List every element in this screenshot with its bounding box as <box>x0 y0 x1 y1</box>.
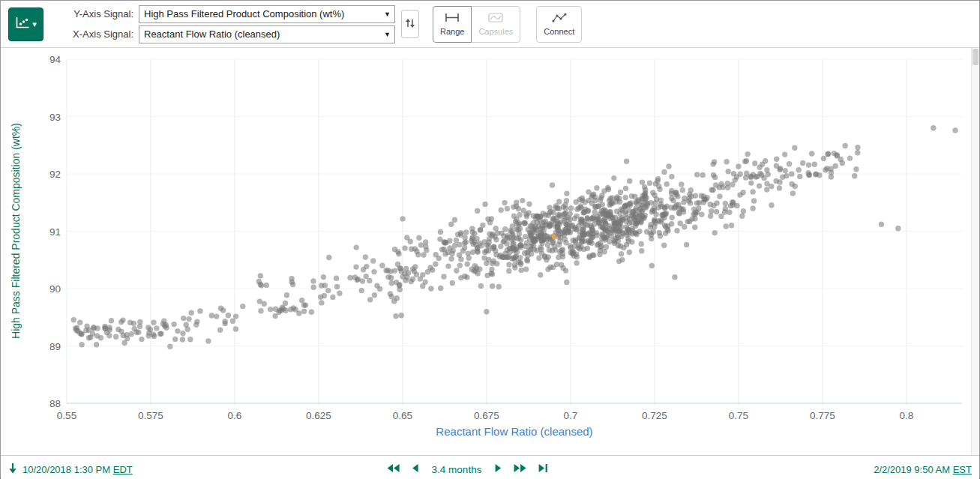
svg-text:0.625: 0.625 <box>306 410 331 421</box>
double-left-arrow-icon <box>387 463 400 475</box>
svg-text:0.775: 0.775 <box>810 410 835 421</box>
vertical-scrollbar[interactable] <box>971 48 979 455</box>
y-tick-labels: 88899091929394 <box>49 54 61 409</box>
capsules-button[interactable]: Capsules <box>471 6 520 43</box>
right-arrow-icon <box>494 463 502 475</box>
svg-text:88: 88 <box>49 398 61 409</box>
application-window: ▾ Y-Axis Signal: High Pass Filtered Prod… <box>0 0 980 479</box>
range-button[interactable]: Range <box>433 6 472 43</box>
capsules-icon <box>488 13 503 24</box>
step-forward-button[interactable] <box>494 463 502 475</box>
x-axis-signal-select[interactable]: Reactant Flow Ratio (cleansed) ▼ <box>139 25 395 43</box>
y-axis-signal-label: Y-Axis Signal: <box>61 8 133 19</box>
range-start-datetime[interactable]: 10/20/2018 1:30 PM EDT <box>22 464 133 475</box>
range-icon <box>445 13 460 24</box>
scatter-points <box>71 125 958 349</box>
y-axis-signal-select[interactable]: High Pass Filtered Product Composition (… <box>139 5 395 23</box>
svg-text:0.8: 0.8 <box>900 410 914 421</box>
chart-type-button[interactable]: ▾ <box>8 7 43 41</box>
down-arrow-icon <box>8 463 17 476</box>
axis-signal-controls: Y-Axis Signal: High Pass Filtered Produc… <box>61 5 395 43</box>
step-to-now-button[interactable] <box>538 463 547 475</box>
toolbar: ▾ Y-Axis Signal: High Pass Filtered Prod… <box>1 1 979 48</box>
left-arrow-icon <box>412 463 419 475</box>
scatter-plot-area: 888990919293940.550.5750.60.6250.650.675… <box>1 48 979 455</box>
right-arrow-bar-icon <box>538 463 547 475</box>
x-axis-row: X-Axis Signal: Reactant Flow Ratio (clea… <box>61 25 395 43</box>
x-axis-title: Reactant Flow Ratio (cleansed) <box>67 425 962 438</box>
footer-bar: 10/20/2018 1:30 PM EDT 3.4 months <box>1 455 979 479</box>
svg-text:94: 94 <box>49 54 61 65</box>
svg-text:0.675: 0.675 <box>474 410 499 421</box>
svg-text:93: 93 <box>49 112 61 123</box>
connect-group: Connect <box>536 6 582 43</box>
svg-text:0.6: 0.6 <box>228 410 242 421</box>
svg-text:0.65: 0.65 <box>393 410 412 421</box>
swap-axes-icon <box>404 18 416 31</box>
double-right-arrow-icon <box>513 463 526 475</box>
svg-text:0.725: 0.725 <box>642 410 667 421</box>
range-end[interactable]: 2/2/2019 9:50 AM EST <box>874 464 972 475</box>
chevron-down-icon: ▾ <box>32 20 37 28</box>
svg-text:91: 91 <box>49 226 61 238</box>
time-step-controls: 3.4 months <box>387 463 548 475</box>
step-back-button[interactable] <box>412 463 419 475</box>
step-forward-full-button[interactable] <box>513 463 526 475</box>
range-duration[interactable]: 3.4 months <box>432 464 482 475</box>
start-datetime-text: 10/20/2018 1:30 PM <box>22 464 110 475</box>
swap-axes-button[interactable] <box>401 10 419 38</box>
scrollbar-thumb[interactable] <box>973 49 979 65</box>
range-capsules-group: Range Capsules <box>433 6 520 43</box>
connect-icon <box>552 13 567 24</box>
end-timezone-link[interactable]: EST <box>953 464 972 475</box>
y-axis-row: Y-Axis Signal: High Pass Filtered Produc… <box>61 5 395 23</box>
connect-button[interactable]: Connect <box>536 6 582 43</box>
capsules-button-label: Capsules <box>478 27 513 36</box>
svg-text:89: 89 <box>49 341 61 352</box>
svg-text:0.575: 0.575 <box>138 410 163 421</box>
step-back-full-button[interactable] <box>387 463 400 475</box>
y-axis-title: High Pass Filtered Product Composition (… <box>10 123 22 339</box>
end-datetime-text: 2/2/2019 9:50 AM <box>874 464 950 475</box>
range-start[interactable]: 10/20/2018 1:30 PM EDT <box>8 463 133 476</box>
svg-text:0.75: 0.75 <box>729 410 748 421</box>
range-button-label: Range <box>440 27 464 36</box>
svg-text:90: 90 <box>49 283 61 295</box>
svg-text:0.7: 0.7 <box>564 410 578 421</box>
scatter-plot[interactable]: 888990919293940.550.5750.60.6250.650.675… <box>1 48 980 452</box>
x-tick-labels: 0.550.5750.60.6250.650.6750.70.7250.750.… <box>57 410 914 421</box>
start-timezone-link[interactable]: EDT <box>113 464 133 475</box>
connect-button-label: Connect <box>544 27 574 36</box>
x-axis-signal-label: X-Axis Signal: <box>61 28 133 40</box>
highlight-point <box>552 234 556 238</box>
scatter-chart-icon <box>15 16 30 31</box>
svg-text:92: 92 <box>49 169 61 180</box>
svg-text:0.55: 0.55 <box>57 410 76 421</box>
